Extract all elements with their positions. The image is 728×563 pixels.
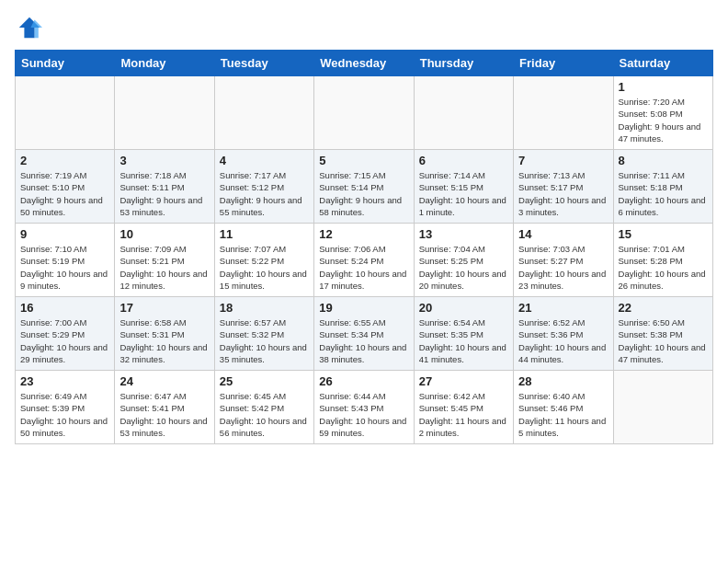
day-number: 22 <box>619 301 708 315</box>
week-row-1: 1Sunrise: 7:20 AM Sunset: 5:08 PM Daylig… <box>16 76 713 150</box>
day-number: 19 <box>319 301 408 315</box>
weekday-monday: Monday <box>115 51 214 76</box>
day-info: Sunrise: 6:42 AM Sunset: 5:45 PM Dayligh… <box>419 390 508 439</box>
weekday-tuesday: Tuesday <box>214 51 313 76</box>
day-number: 27 <box>419 374 508 388</box>
day-cell <box>115 76 214 150</box>
day-number: 5 <box>319 154 408 167</box>
day-info: Sunrise: 6:50 AM Sunset: 5:38 PM Dayligh… <box>619 316 708 365</box>
week-row-3: 9Sunrise: 7:10 AM Sunset: 5:19 PM Daylig… <box>16 224 713 297</box>
day-info: Sunrise: 7:01 AM Sunset: 5:28 PM Dayligh… <box>619 243 708 292</box>
day-cell: 26Sunrise: 6:44 AM Sunset: 5:43 PM Dayli… <box>314 371 414 444</box>
day-info: Sunrise: 7:13 AM Sunset: 5:17 PM Dayligh… <box>518 169 608 218</box>
day-number: 28 <box>518 374 608 388</box>
day-number: 13 <box>419 227 508 241</box>
day-info: Sunrise: 6:47 AM Sunset: 5:41 PM Dayligh… <box>119 390 209 439</box>
day-info: Sunrise: 6:57 AM Sunset: 5:32 PM Dayligh… <box>220 316 309 365</box>
day-info: Sunrise: 7:11 AM Sunset: 5:18 PM Dayligh… <box>619 169 708 218</box>
week-row-4: 16Sunrise: 7:00 AM Sunset: 5:29 PM Dayli… <box>16 297 713 371</box>
day-cell: 1Sunrise: 7:20 AM Sunset: 5:08 PM Daylig… <box>613 76 712 150</box>
day-number: 17 <box>119 301 209 315</box>
day-number: 1 <box>619 80 708 94</box>
day-cell <box>414 76 513 150</box>
page: SundayMondayTuesdayWednesdayThursdayFrid… <box>0 0 728 454</box>
day-info: Sunrise: 6:52 AM Sunset: 5:36 PM Dayligh… <box>518 316 608 365</box>
day-cell <box>16 76 115 150</box>
weekday-thursday: Thursday <box>414 51 513 76</box>
day-info: Sunrise: 7:04 AM Sunset: 5:25 PM Dayligh… <box>419 243 508 292</box>
day-number: 14 <box>518 227 608 241</box>
day-info: Sunrise: 7:00 AM Sunset: 5:29 PM Dayligh… <box>20 316 109 365</box>
weekday-header-row: SundayMondayTuesdayWednesdayThursdayFrid… <box>16 51 713 76</box>
day-cell: 25Sunrise: 6:45 AM Sunset: 5:42 PM Dayli… <box>214 371 313 444</box>
day-number: 15 <box>619 227 708 241</box>
day-info: Sunrise: 7:10 AM Sunset: 5:19 PM Dayligh… <box>20 243 109 292</box>
day-info: Sunrise: 7:18 AM Sunset: 5:11 PM Dayligh… <box>119 169 209 218</box>
week-row-5: 23Sunrise: 6:49 AM Sunset: 5:39 PM Dayli… <box>16 371 713 444</box>
day-cell: 27Sunrise: 6:42 AM Sunset: 5:45 PM Dayli… <box>414 371 513 444</box>
day-number: 26 <box>319 374 408 388</box>
calendar-table: SundayMondayTuesdayWednesdayThursdayFrid… <box>15 50 713 444</box>
day-info: Sunrise: 6:58 AM Sunset: 5:31 PM Dayligh… <box>119 316 209 365</box>
weekday-friday: Friday <box>514 51 613 76</box>
day-cell <box>214 76 313 150</box>
day-cell: 14Sunrise: 7:03 AM Sunset: 5:27 PM Dayli… <box>514 224 613 297</box>
day-cell: 8Sunrise: 7:11 AM Sunset: 5:18 PM Daylig… <box>613 150 712 224</box>
day-number: 25 <box>220 374 309 388</box>
day-number: 23 <box>20 374 109 388</box>
day-cell: 5Sunrise: 7:15 AM Sunset: 5:14 PM Daylig… <box>314 150 414 224</box>
day-cell: 10Sunrise: 7:09 AM Sunset: 5:21 PM Dayli… <box>115 224 214 297</box>
day-number: 3 <box>119 154 209 167</box>
day-info: Sunrise: 6:44 AM Sunset: 5:43 PM Dayligh… <box>319 390 408 439</box>
day-number: 8 <box>619 154 708 167</box>
weekday-wednesday: Wednesday <box>314 51 414 76</box>
day-number: 4 <box>220 154 309 167</box>
day-info: Sunrise: 6:54 AM Sunset: 5:35 PM Dayligh… <box>419 316 508 365</box>
day-cell: 23Sunrise: 6:49 AM Sunset: 5:39 PM Dayli… <box>16 371 115 444</box>
header <box>15 15 713 40</box>
day-number: 16 <box>20 301 109 315</box>
day-cell: 6Sunrise: 7:14 AM Sunset: 5:15 PM Daylig… <box>414 150 513 224</box>
day-cell: 9Sunrise: 7:10 AM Sunset: 5:19 PM Daylig… <box>16 224 115 297</box>
day-cell: 7Sunrise: 7:13 AM Sunset: 5:17 PM Daylig… <box>514 150 613 224</box>
day-info: Sunrise: 7:06 AM Sunset: 5:24 PM Dayligh… <box>319 243 408 292</box>
day-cell <box>314 76 414 150</box>
day-number: 2 <box>20 154 109 167</box>
day-number: 18 <box>220 301 309 315</box>
day-cell: 17Sunrise: 6:58 AM Sunset: 5:31 PM Dayli… <box>115 297 214 371</box>
day-cell: 21Sunrise: 6:52 AM Sunset: 5:36 PM Dayli… <box>514 297 613 371</box>
day-number: 21 <box>518 301 608 315</box>
day-info: Sunrise: 7:15 AM Sunset: 5:14 PM Dayligh… <box>319 169 408 218</box>
day-cell: 18Sunrise: 6:57 AM Sunset: 5:32 PM Dayli… <box>214 297 313 371</box>
day-cell: 12Sunrise: 7:06 AM Sunset: 5:24 PM Dayli… <box>314 224 414 297</box>
day-cell: 20Sunrise: 6:54 AM Sunset: 5:35 PM Dayli… <box>414 297 513 371</box>
logo <box>15 15 42 40</box>
day-number: 11 <box>220 227 309 241</box>
day-cell: 15Sunrise: 7:01 AM Sunset: 5:28 PM Dayli… <box>613 224 712 297</box>
day-info: Sunrise: 7:20 AM Sunset: 5:08 PM Dayligh… <box>619 96 708 144</box>
day-cell: 11Sunrise: 7:07 AM Sunset: 5:22 PM Dayli… <box>214 224 313 297</box>
day-cell: 3Sunrise: 7:18 AM Sunset: 5:11 PM Daylig… <box>115 150 214 224</box>
day-cell: 19Sunrise: 6:55 AM Sunset: 5:34 PM Dayli… <box>314 297 414 371</box>
day-cell: 28Sunrise: 6:40 AM Sunset: 5:46 PM Dayli… <box>514 371 613 444</box>
day-cell: 4Sunrise: 7:17 AM Sunset: 5:12 PM Daylig… <box>214 150 313 224</box>
day-info: Sunrise: 6:40 AM Sunset: 5:46 PM Dayligh… <box>518 390 608 439</box>
day-info: Sunrise: 7:09 AM Sunset: 5:21 PM Dayligh… <box>119 243 209 292</box>
day-info: Sunrise: 6:45 AM Sunset: 5:42 PM Dayligh… <box>220 390 309 439</box>
day-number: 7 <box>518 154 608 167</box>
day-number: 20 <box>419 301 508 315</box>
day-number: 6 <box>419 154 508 167</box>
day-cell <box>514 76 613 150</box>
day-info: Sunrise: 6:55 AM Sunset: 5:34 PM Dayligh… <box>319 316 408 365</box>
weekday-saturday: Saturday <box>613 51 712 76</box>
day-number: 12 <box>319 227 408 241</box>
day-info: Sunrise: 7:14 AM Sunset: 5:15 PM Dayligh… <box>419 169 508 218</box>
day-info: Sunrise: 6:49 AM Sunset: 5:39 PM Dayligh… <box>20 390 109 439</box>
day-cell: 16Sunrise: 7:00 AM Sunset: 5:29 PM Dayli… <box>16 297 115 371</box>
day-info: Sunrise: 7:19 AM Sunset: 5:10 PM Dayligh… <box>20 169 109 218</box>
logo-icon <box>17 15 42 40</box>
day-info: Sunrise: 7:17 AM Sunset: 5:12 PM Dayligh… <box>220 169 309 218</box>
day-cell: 13Sunrise: 7:04 AM Sunset: 5:25 PM Dayli… <box>414 224 513 297</box>
day-info: Sunrise: 7:03 AM Sunset: 5:27 PM Dayligh… <box>518 243 608 292</box>
day-cell: 2Sunrise: 7:19 AM Sunset: 5:10 PM Daylig… <box>16 150 115 224</box>
